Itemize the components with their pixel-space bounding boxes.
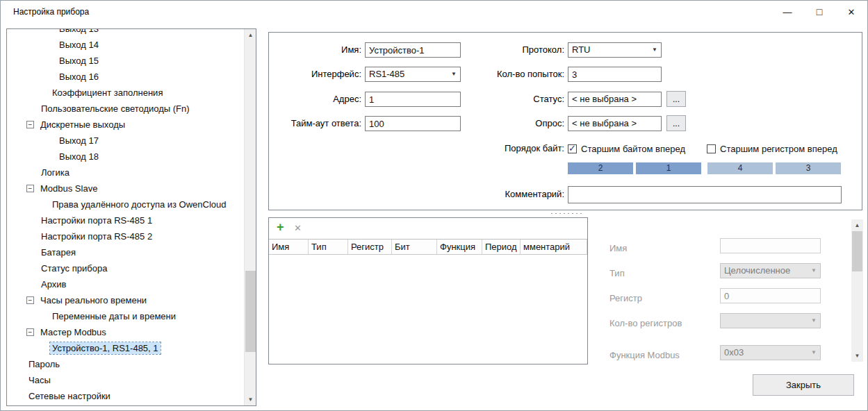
column-header[interactable]: Имя <box>269 240 309 254</box>
interface-value: RS1-485 <box>369 69 404 79</box>
tree-item[interactable]: Переменные даты и времени <box>7 308 244 324</box>
scroll-down-icon[interactable]: ▼ <box>245 394 256 405</box>
protocol-label: Протокол: <box>436 42 564 58</box>
tree-item-label: Настройки порта RS-485 2 <box>39 230 154 242</box>
column-header[interactable]: Период <box>482 240 521 254</box>
tree-item[interactable]: −Часы реального времени <box>7 292 244 308</box>
tree-item[interactable]: Сетевые настройки <box>7 388 244 404</box>
delete-variable-button[interactable]: ✕ <box>294 223 302 233</box>
close-dialog-button[interactable]: Закрыть <box>753 374 854 396</box>
tree-item[interactable]: −Modbus Slave <box>7 181 244 196</box>
byte-order-box: 3 <box>776 162 841 174</box>
tree-item-label: Часы <box>26 374 53 386</box>
minimize-button[interactable]: — <box>771 1 803 23</box>
tree-item[interactable]: Настройки порта RS-485 1 <box>7 212 244 228</box>
tree-item[interactable]: −Мастер Modbus <box>7 324 244 340</box>
scrollbar-thumb[interactable] <box>852 231 862 271</box>
scroll-up-icon[interactable]: ▲ <box>851 219 863 231</box>
param-function-value: 0x03 <box>724 347 744 358</box>
param-register-label: Регистр <box>609 291 642 306</box>
tree-item[interactable]: Выход 14 <box>7 37 244 53</box>
tree-item[interactable]: Логика <box>7 165 244 181</box>
maximize-icon: □ <box>817 6 822 17</box>
tree-item-label: Выход 14 <box>57 39 101 51</box>
device-tree-panel: Выход 13Выход 14Выход 15Выход 16Коэффици… <box>6 28 256 406</box>
name-label: Имя: <box>269 42 361 58</box>
status-browse-button[interactable]: ... <box>666 91 686 107</box>
device-settings-panel: Имя: Протокол: RTU ▼ Интерфейс: RS1-485 … <box>268 32 862 210</box>
tree-item[interactable]: Часы <box>7 372 244 388</box>
tree-item[interactable]: Выход 16 <box>7 69 244 85</box>
tree-item-label: Сетевые настройки <box>26 390 113 402</box>
tree-item-label: Пароль <box>26 358 62 370</box>
tree-item-label: Часы реального времени <box>38 294 149 306</box>
collapse-icon[interactable]: − <box>26 121 34 128</box>
column-header[interactable]: Тип <box>309 240 348 254</box>
protocol-value: RTU <box>572 44 590 55</box>
splitter-handle[interactable] <box>550 212 582 215</box>
tree-item[interactable]: Пароль <box>7 356 244 372</box>
column-header[interactable]: Функция <box>437 240 482 254</box>
byte-first-option[interactable]: Старшим байтом вперед <box>568 142 685 155</box>
variables-table: ИмяТипРегистрБитФункцияПериодмментарий <box>269 239 587 364</box>
param-register-input <box>720 288 821 303</box>
byte-order-box: 4 <box>707 162 773 174</box>
collapse-icon[interactable]: − <box>26 328 34 336</box>
tree-item-label: Коэффициент заполнения <box>50 87 165 99</box>
register-first-option[interactable]: Старшим регистром вперед <box>707 142 837 155</box>
add-variable-button[interactable]: + <box>277 220 284 235</box>
scroll-down-icon[interactable]: ▼ <box>851 350 863 362</box>
poll-value[interactable]: < не выбрана > <box>568 116 662 131</box>
param-name-input <box>720 238 821 253</box>
tree-item-label: Выход 15 <box>57 55 101 67</box>
protocol-select[interactable]: RTU ▼ <box>568 42 662 58</box>
tree-item[interactable]: Устройство-1, RS1-485, 1 <box>7 340 244 356</box>
tree-item[interactable]: Выход 18 <box>7 149 244 165</box>
retries-input[interactable] <box>568 67 662 82</box>
column-header[interactable]: Бит <box>392 240 437 254</box>
tree-item[interactable]: Пользовательские светодиоды (Fn) <box>7 101 244 117</box>
tree-item-label: Мастер Modbus <box>38 326 108 338</box>
collapse-icon[interactable]: − <box>26 185 34 192</box>
address-label: Адрес: <box>269 92 361 107</box>
tree-item[interactable]: Архив <box>7 276 244 292</box>
tree-item[interactable]: Батарея <box>7 244 244 260</box>
tree-item[interactable]: Статус прибора <box>7 260 244 276</box>
status-value[interactable]: < не выбрана > <box>568 92 662 107</box>
tree-item[interactable]: Выход 17 <box>7 133 244 149</box>
tree-item[interactable]: −Дискретные выходы <box>7 117 244 133</box>
tree-item[interactable]: Коэффициент заполнения <box>7 85 244 101</box>
tree-item-label: Логика <box>39 167 72 178</box>
column-header[interactable]: Регистр <box>348 240 392 254</box>
poll-browse-button[interactable]: ... <box>666 115 686 131</box>
param-type-value: Целочисленное <box>724 265 790 276</box>
tree-item[interactable]: Выход 13 <box>7 29 244 37</box>
comment-label: Комментарий: <box>436 187 564 202</box>
collapse-icon[interactable]: − <box>26 296 34 304</box>
param-function-select: 0x03 ▼ <box>720 345 821 360</box>
column-header[interactable]: мментарий <box>521 240 587 254</box>
register-first-checkbox[interactable] <box>707 144 716 153</box>
byte-first-label: Старшим байтом вперед <box>581 144 685 154</box>
tree-item-label: Переменные даты и времени <box>50 310 178 322</box>
scroll-up-icon[interactable]: ▲ <box>245 29 256 41</box>
scrollbar-thumb[interactable] <box>245 271 256 352</box>
byte-order-box: 1 <box>636 162 701 174</box>
chevron-down-icon: ▼ <box>808 314 820 328</box>
param-type-select: Целочисленное ▼ <box>720 263 821 278</box>
tree-scrollbar[interactable]: ▲ ▼ <box>244 29 256 405</box>
comment-input[interactable] <box>568 186 842 203</box>
status-label: Статус: <box>436 92 564 107</box>
tree-item-label: Настройки порта RS-485 1 <box>39 215 154 226</box>
maximize-button[interactable]: □ <box>803 1 835 23</box>
tree-item[interactable]: Выход 15 <box>7 53 244 69</box>
chevron-down-icon: ▼ <box>808 346 820 360</box>
minimize-icon: — <box>783 7 792 17</box>
param-name-label: Имя <box>609 241 627 256</box>
tree-item[interactable]: Права удалённого доступа из OwenCloud <box>7 196 244 212</box>
tree-item[interactable]: Настройки порта RS-485 2 <box>7 228 244 244</box>
close-button[interactable]: ✕ <box>835 1 867 23</box>
byte-first-checkbox[interactable] <box>568 144 577 153</box>
params-scrollbar[interactable]: ▲ ▼ <box>851 219 863 362</box>
tree-item-label: Выход 13 <box>57 29 101 35</box>
